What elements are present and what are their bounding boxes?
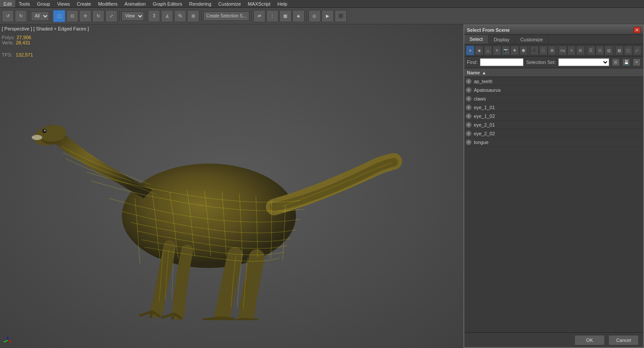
object-radio-inner [467,132,470,135]
object-radio [466,114,471,119]
tab-display[interactable]: Display [489,35,515,44]
select-region[interactable]: ⊡ [66,10,78,22]
quick-render[interactable]: ⬛ [335,10,347,22]
dlg-btn-geometry[interactable]: ◆ [475,46,483,55]
menu-views[interactable]: Views [54,0,73,7]
object-radio [466,105,471,110]
array-btn[interactable]: ▦ [279,10,292,22]
render-scene[interactable]: ▶ [322,10,334,22]
tab-select[interactable]: Select [464,35,489,44]
object-name: Apatosaurus [474,87,501,93]
object-row[interactable]: tongue [464,138,643,147]
create-selection-btn[interactable]: Create Selection S... [203,11,249,21]
scale-tool[interactable]: ⤢ [105,10,117,22]
viewport[interactable]: [ Perspective ] [ Shaded + Edged Faces ]… [0,24,463,348]
menu-rendering[interactable]: Rendering [186,0,215,7]
snap-3d[interactable]: 3 [148,10,160,22]
angle-snap[interactable]: ∡ [161,10,173,22]
menu-tools[interactable]: Tools [15,0,34,7]
spinner-snap[interactable]: ⊞ [187,10,199,22]
menu-maxscript[interactable]: MAXScript [245,0,274,7]
object-row[interactable]: eye_1_01 [464,103,643,112]
sep3 [119,10,120,22]
dlg-btn-layer[interactable]: ▤ [604,46,613,55]
object-row[interactable]: eye_2_02 [464,129,643,138]
dlg-btn-filter2[interactable]: ⊞ [576,46,584,55]
open-schematic[interactable]: ◈ [292,10,305,22]
sep5 [201,10,201,22]
dlg-btn-case[interactable]: Aa [558,46,567,55]
dlg-btn-list[interactable]: ☰ [587,46,595,55]
dlg-btn-shape[interactable]: △ [484,46,492,55]
dlg-btn-camera[interactable]: 📷 [502,46,510,55]
dlg-btn-deselect[interactable]: ▢ [624,46,632,55]
object-radio-inner [467,115,470,117]
object-name: eye_1_01 [474,105,495,110]
dlg-sep1 [529,46,529,55]
rotate-tool[interactable]: ↻ [92,10,104,22]
redo-btn[interactable]: ↻ [15,10,27,22]
dino-model [22,50,413,333]
sep1 [29,10,29,22]
tab-customize[interactable]: Customize [515,35,549,44]
object-row[interactable]: eye_2_01 [464,120,643,129]
object-row[interactable]: claws [464,94,643,103]
dlg-btn-expand[interactable]: ⤢ [633,46,641,55]
object-list-header: Name ▲ [464,68,643,77]
menu-animation[interactable]: Animation [121,0,149,7]
main-area: [ Perspective ] [ Shaded + Edged Faces ]… [0,24,644,348]
align-btn[interactable]: ⋮ [266,10,278,22]
dlg-btn-spacewarp[interactable]: ⬣ [520,46,528,55]
selection-set-save[interactable]: 💾 [622,58,630,66]
dlg-btn-sphere[interactable]: ● [466,46,474,55]
dlg-btn-filter1[interactable]: ≡ [567,46,576,55]
view-select[interactable]: View [121,11,144,21]
menu-group[interactable]: Group [34,0,54,7]
move-tool[interactable]: ✛ [79,10,91,22]
dlg-btn-none[interactable]: □ [539,46,547,55]
object-list[interactable]: ap_teeth Apatosaurus claws eye_1_01 eye_… [464,77,643,332]
menu-customize[interactable]: Customize [215,0,245,7]
material-editor[interactable]: ◎ [309,10,321,22]
dlg-btn-helper[interactable]: ✚ [510,46,519,55]
name-column-header: Name [467,70,480,75]
find-label: Find: [467,60,477,65]
selection-set-select[interactable] [558,58,609,66]
ok-button[interactable]: OK [574,335,605,345]
object-name: claws [474,96,486,101]
selection-set-load[interactable]: ⊞ [612,58,620,66]
dlg-btn-hierarchy[interactable]: ⊡ [596,46,604,55]
cancel-button[interactable]: Cancel [608,335,639,345]
object-row[interactable]: Apatosaurus [464,86,643,94]
object-name: tongue [474,140,489,145]
menu-graph-editors[interactable]: Graph Editors [149,0,186,7]
select-tool[interactable]: ▢ [53,10,65,22]
pct-snap[interactable]: % [174,10,186,22]
dialog-close-button[interactable]: ✕ [634,27,641,33]
object-radio [466,131,471,136]
dlg-sep2 [557,46,557,55]
object-row[interactable]: ap_teeth [464,77,643,86]
menu-edit[interactable]: Edit [0,0,15,7]
object-row[interactable]: eye_1_02 [464,112,643,120]
menu-help[interactable]: Help [274,0,291,7]
svg-point-4 [44,130,46,131]
sort-arrow: ▲ [482,70,486,75]
dlg-btn-light[interactable]: ☀ [493,46,501,55]
selection-set-delete[interactable]: ✕ [633,58,641,66]
object-radio-inner [467,141,470,144]
object-name: eye_2_01 [474,122,495,127]
dlg-btn-invert[interactable]: ⊠ [548,46,556,55]
menubar: Edit Tools Group Views Create Modifiers … [0,0,644,8]
dialog-footer: OK Cancel [464,332,643,347]
find-input[interactable] [480,58,523,66]
axes-indicator: X Y Z [3,336,12,345]
dlg-btn-all[interactable]: ⬛ [530,46,538,55]
dlg-btn-select-all[interactable]: ▦ [615,46,624,55]
menu-modifiers[interactable]: Modifiers [94,0,121,7]
mirror-btn[interactable]: ⇌ [253,10,265,22]
menu-create[interactable]: Create [73,0,94,7]
selection-filter[interactable]: All [31,11,49,21]
object-radio [466,140,471,145]
undo-btn[interactable]: ↺ [2,10,14,22]
